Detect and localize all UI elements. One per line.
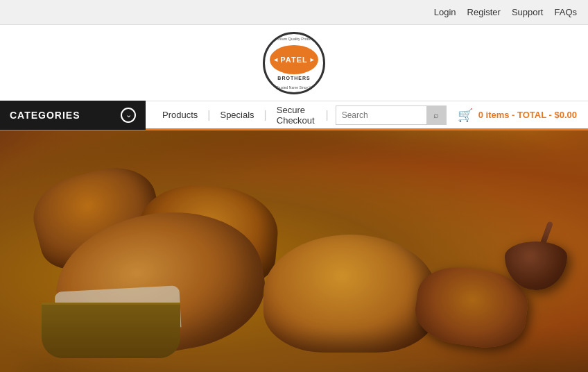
secure-checkout-link[interactable]: Secure Checkout bbox=[267, 101, 326, 128]
nav-separator-3: | bbox=[326, 109, 329, 121]
cart-icon: 🛒 bbox=[458, 108, 473, 123]
top-bar: Login Register Support FAQs bbox=[0, 0, 588, 25]
categories-button[interactable]: CATEGORIES ⌄ bbox=[0, 101, 146, 130]
nav-bar: CATEGORIES ⌄ Products | Specials | Secur… bbox=[0, 101, 588, 130]
cart-area[interactable]: 🛒 0 items - TOTAL - $0.00 bbox=[447, 108, 588, 123]
cart-text: 0 items - TOTAL - $0.00 bbox=[478, 110, 577, 120]
search-area: ⌕ bbox=[336, 105, 447, 125]
faqs-link[interactable]: FAQs bbox=[554, 7, 577, 17]
logo-brothers-text: BROTHERS bbox=[277, 76, 310, 81]
search-button[interactable]: ⌕ bbox=[426, 105, 446, 125]
header: Premium Quality Products ◄ PATEL ► BROTH… bbox=[0, 25, 588, 101]
logo[interactable]: Premium Quality Products ◄ PATEL ► BROTH… bbox=[263, 32, 325, 94]
search-icon: ⌕ bbox=[433, 110, 439, 120]
specials-link[interactable]: Specials bbox=[210, 101, 263, 128]
search-input[interactable] bbox=[336, 106, 426, 124]
logo-arrow-right: ► bbox=[309, 56, 315, 63]
categories-chevron-icon: ⌄ bbox=[121, 108, 136, 123]
login-link[interactable]: Login bbox=[434, 7, 456, 17]
hero-overlay bbox=[0, 130, 588, 372]
support-link[interactable]: Support bbox=[512, 7, 544, 17]
nav-links: Products | Specials | Secure Checkout | … bbox=[146, 101, 447, 128]
categories-label: CATEGORIES bbox=[10, 110, 80, 121]
logo-bottom-text: The Trusted Name Since Years! bbox=[265, 85, 323, 90]
products-link[interactable]: Products bbox=[153, 101, 207, 128]
logo-patel-text: PATEL bbox=[280, 56, 307, 64]
logo-circle: Premium Quality Products ◄ PATEL ► BROTH… bbox=[263, 32, 325, 94]
register-link[interactable]: Register bbox=[467, 7, 501, 17]
logo-top-text: Premium Quality Products bbox=[265, 37, 323, 41]
logo-oval: ◄ PATEL ► bbox=[270, 45, 318, 74]
logo-arrow-left: ◄ bbox=[273, 56, 279, 63]
hero-banner bbox=[0, 130, 588, 372]
